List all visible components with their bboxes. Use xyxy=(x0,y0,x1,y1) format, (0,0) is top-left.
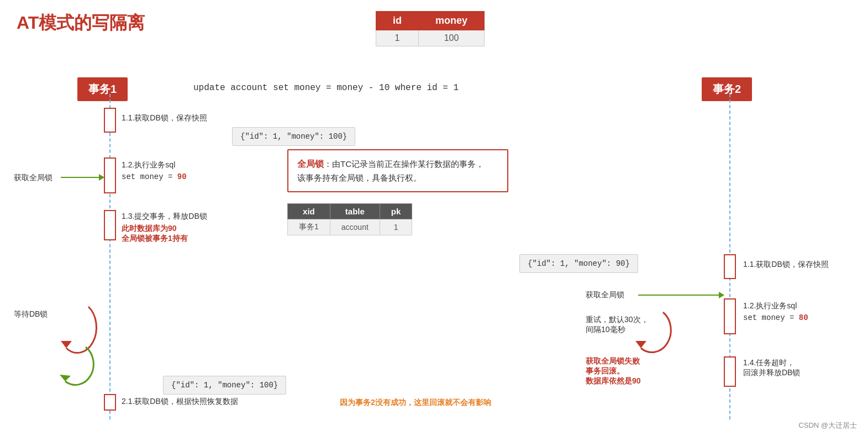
note-label: 因为事务2没有成功，这里回滚就不会有影响 xyxy=(340,398,491,408)
retry-arrow-tx1-2 xyxy=(55,343,99,387)
db-table-cell-money: 100 xyxy=(419,30,485,46)
db-table-header-money: money xyxy=(419,12,485,30)
tx2-step1-label: 1.1.获取DB锁，保存快照 xyxy=(743,260,829,270)
get-global-lock-label-tx2: 获取全局锁 xyxy=(586,290,624,300)
tx2-fail-labels: 获取全局锁失败 事务回滚。 数据库依然是90 xyxy=(586,356,641,386)
tx1-step1-rect xyxy=(104,108,116,133)
tx1-timeline xyxy=(109,94,111,419)
retry-arrow-tx2 xyxy=(630,307,674,356)
tx1-step2-rect xyxy=(104,157,116,193)
page-title: AT模式的写隔离 xyxy=(17,11,145,35)
tx2-step4-label: 1.4.任务超时， 回滚并释放DB锁 xyxy=(743,358,800,378)
tx1-step1-label: 1.1.获取DB锁，保存快照 xyxy=(122,113,207,123)
tx2-step2-label: 1.2.执行业务sql set money = 80 xyxy=(743,301,808,322)
svg-marker-2 xyxy=(60,375,71,381)
wait-db-lock-label: 等待DB锁 xyxy=(14,309,48,319)
xid-cell: 事务1 xyxy=(288,219,330,235)
tx2-step4-rect xyxy=(724,356,736,387)
db-table-header-id: id xyxy=(376,12,419,30)
pk-cell: 1 xyxy=(380,219,412,235)
svg-marker-0 xyxy=(635,341,646,348)
tx1-step3-rect xyxy=(104,210,116,240)
tx1-step3-label: 1.3.提交事务，释放DB锁 此时数据库为90 全局锁被事务1持有 xyxy=(122,212,207,244)
snapshot1-box: {"id": 1, "money": 100} xyxy=(232,127,355,146)
db-table-cell-id: 1 xyxy=(376,30,419,46)
xid-table: xid table pk 事务1 account 1 xyxy=(287,203,412,235)
sql-statement: update account set money = money - 10 wh… xyxy=(193,83,459,93)
tx2-step2-rect xyxy=(724,298,736,334)
footer: CSDN @大迁居士 xyxy=(798,421,857,430)
get-global-lock-arrow-tx2 xyxy=(638,295,724,296)
get-global-lock-label-tx1: 获取全局锁 xyxy=(14,173,52,183)
db-table: id money 1 100 xyxy=(376,11,485,46)
tx2-snapshot1-box: {"id": 1, "money": 90} xyxy=(519,254,638,273)
tx1-label: 事务1 xyxy=(77,77,128,101)
table-header: table xyxy=(330,204,380,219)
get-global-lock-arrow-tx1 xyxy=(61,177,104,178)
tx1-step2-label: 1.2.执行业务sql set money = 90 xyxy=(122,160,187,181)
tx1-step2-1-label: 2.1.获取DB锁，根据快照恢复数据 xyxy=(122,397,238,407)
table-cell: account xyxy=(330,219,380,235)
tx2-label: 事务2 xyxy=(702,77,752,101)
tx1-step2-1-rect xyxy=(104,394,116,411)
lock-info-box: 全局锁：由TC记录当前正在操作某行数据的事务， 该事务持有全局锁，具备执行权。 xyxy=(287,149,508,192)
tx2-step1-rect xyxy=(724,254,736,279)
snapshot3-box: {"id": 1, "money": 100} xyxy=(163,376,286,395)
pk-header: pk xyxy=(380,204,412,219)
xid-header: xid xyxy=(288,204,330,219)
